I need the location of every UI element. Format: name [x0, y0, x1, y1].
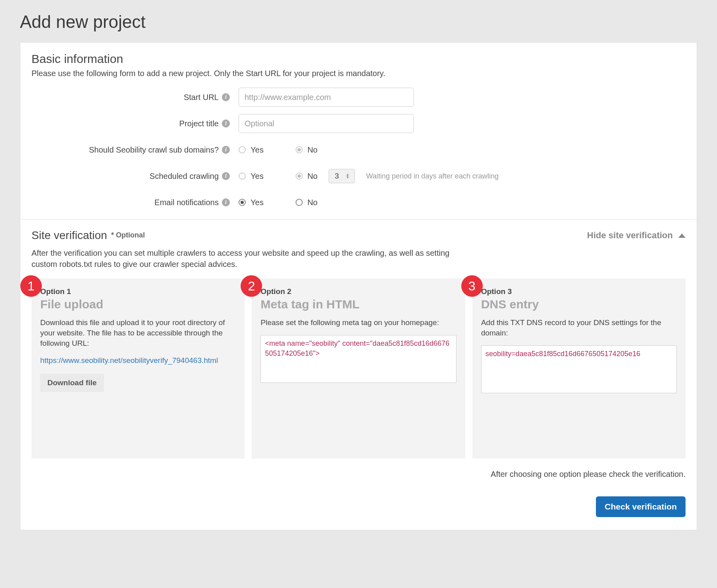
crawl-subdomains-no[interactable]: No	[296, 145, 318, 155]
stepper-value: 3	[335, 172, 339, 180]
scheduled-crawling-row: Scheduled crawling i Yes No 3	[31, 167, 686, 186]
basic-info-description: Please use the following form to add a n…	[31, 69, 686, 78]
option-title: DNS entry	[481, 298, 677, 311]
option-number-badge: 3	[461, 275, 483, 297]
info-icon[interactable]: i	[222, 120, 230, 127]
radio-label: Yes	[251, 172, 264, 181]
verification-file-link[interactable]: https://www.seobility.net/seobilityverif…	[40, 356, 236, 365]
check-verification-button[interactable]: Check verification	[596, 496, 686, 517]
info-icon[interactable]: i	[222, 146, 230, 154]
optional-badge: * Optional	[111, 231, 145, 239]
hide-label: Hide site verification	[587, 230, 673, 241]
hide-site-verification-toggle[interactable]: Hide site verification	[587, 230, 686, 241]
radio-icon	[239, 172, 246, 180]
verification-options-row: 1 Option 1 File upload Download this fil…	[31, 278, 686, 459]
option-title: Meta tag in HTML	[261, 298, 456, 311]
info-icon[interactable]: i	[222, 198, 230, 206]
radio-label: No	[308, 145, 318, 155]
project-title-label: Project title	[179, 119, 219, 128]
crawl-subdomains-row: Should Seobility crawl sub domains? i Ye…	[31, 140, 686, 159]
email-notifications-row: Email notifications i Yes No	[31, 193, 686, 212]
scheduled-crawling-no[interactable]: No	[296, 172, 318, 181]
option-label: Option 2	[261, 287, 456, 296]
radio-icon	[239, 199, 246, 206]
radio-label: Yes	[251, 145, 264, 155]
start-url-row: Start URL i	[31, 88, 686, 107]
option-card-meta-tag: 2 Option 2 Meta tag in HTML Please set t…	[252, 278, 465, 459]
info-icon[interactable]: i	[222, 172, 230, 180]
basic-info-heading: Basic information	[31, 52, 686, 66]
option-card-file-upload: 1 Option 1 File upload Download this fil…	[31, 278, 245, 459]
page-title: Add new project	[20, 12, 697, 32]
dns-txt-code[interactable]: seobility=daea5c81f85cd16d6676505174205e…	[481, 345, 677, 393]
radio-icon	[296, 146, 303, 153]
radio-label: No	[308, 172, 318, 181]
caret-up-icon	[678, 233, 686, 238]
radio-icon	[239, 146, 246, 153]
verification-footer-text: After choosing one option please check t…	[31, 470, 686, 479]
stepper-arrows-icon: ▲▼	[346, 173, 352, 179]
project-title-row: Project title i	[31, 114, 686, 133]
email-notifications-label: Email notifications	[155, 198, 219, 207]
email-notifications-yes[interactable]: Yes	[239, 198, 264, 207]
project-title-input[interactable]	[239, 114, 414, 133]
option-text: Please set the following meta tag on you…	[261, 318, 456, 328]
crawl-subdomains-yes[interactable]: Yes	[239, 145, 264, 155]
scheduled-crawling-label: Scheduled crawling	[150, 172, 219, 181]
site-verification-description: After the verification you can set multi…	[31, 247, 450, 270]
radio-label: No	[308, 198, 318, 207]
scheduled-crawling-yes[interactable]: Yes	[239, 172, 264, 181]
divider	[20, 219, 697, 220]
info-icon[interactable]: i	[222, 93, 230, 101]
option-label: Option 1	[40, 287, 236, 296]
site-verification-header: Site verification * Optional Hide site v…	[31, 229, 686, 242]
start-url-input[interactable]	[239, 88, 414, 107]
crawling-days-stepper[interactable]: 3 ▲▼	[329, 169, 355, 183]
crawl-subdomains-label: Should Seobility crawl sub domains?	[89, 145, 219, 155]
option-label: Option 3	[481, 287, 677, 296]
radio-icon	[296, 172, 303, 180]
radio-label: Yes	[251, 198, 264, 207]
waiting-period-text: Waiting period in days after each crawli…	[366, 172, 499, 180]
download-file-button[interactable]: Download file	[40, 374, 104, 392]
option-text: Add this TXT DNS record to your DNS sett…	[481, 318, 677, 338]
start-url-label: Start URL	[184, 93, 219, 102]
meta-tag-code[interactable]: <meta name="seobility" content="daea5c81…	[261, 335, 456, 383]
option-title: File upload	[40, 298, 236, 311]
email-notifications-no[interactable]: No	[296, 198, 318, 207]
project-panel: Basic information Please use the followi…	[20, 42, 697, 530]
radio-icon	[296, 199, 303, 206]
option-number-badge: 1	[20, 275, 42, 297]
option-number-badge: 2	[241, 275, 262, 297]
option-card-dns-entry: 3 Option 3 DNS entry Add this TXT DNS re…	[472, 278, 686, 459]
option-text: Download this file and upload it to your…	[40, 318, 236, 349]
site-verification-heading: Site verification	[31, 229, 107, 242]
